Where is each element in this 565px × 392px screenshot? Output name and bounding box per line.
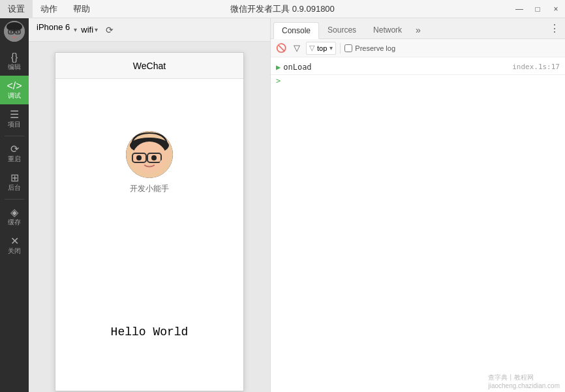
project-label: 项目 [8, 121, 21, 128]
watermark: 查字典丨教程网 jiaocheng.chazidian.com [488, 373, 560, 389]
devtools-more-tabs[interactable]: » [410, 22, 426, 38]
network-wrapper: wifi ▾ [81, 25, 98, 35]
main-content: {} 编辑 </> 调试 ☰ 项目 ⟳ 重启 ⊞ 后台 ◈ 缓存 ✕ 关闭 [0, 18, 565, 392]
avatar-nickname: 开发小能手 [130, 183, 169, 194]
cache-icon: ◈ [10, 207, 18, 218]
network-select[interactable]: wifi [81, 25, 93, 35]
devtools-toolbar: 🚫 ▽ ▽ top ▾ Preserve log [271, 39, 565, 57]
sidebar-item-restart[interactable]: ⟳ 重启 [0, 139, 29, 168]
minimize-button[interactable]: — [510, 0, 528, 18]
console-input[interactable] [283, 76, 560, 85]
menu-help[interactable]: 帮助 [65, 0, 98, 18]
avatar[interactable] [4, 21, 25, 42]
clear-console-button[interactable]: 🚫 [275, 42, 288, 55]
device-content: 开发小能手 Hello World [55, 79, 243, 391]
close-label: 关闭 [8, 248, 21, 254]
avatar-container: 开发小能手 [126, 131, 173, 194]
context-dropdown-arrow: ▾ [327, 44, 335, 52]
sidebar-item-cache[interactable]: ◈ 缓存 [0, 202, 29, 231]
user-avatar [126, 131, 173, 178]
device-app-title: WeChat [133, 61, 166, 71]
menu-action[interactable]: 动作 [33, 0, 65, 18]
restart-icon: ⟳ [10, 144, 19, 155]
close-button[interactable]: × [547, 0, 565, 18]
context-value[interactable]: top [317, 44, 327, 52]
app-title: 微信开发者工具 0.9.091800 [230, 3, 335, 15]
preserve-log-label[interactable]: Preserve log [344, 44, 395, 52]
backend-icon: ⊞ [10, 173, 19, 183]
preserve-log-text: Preserve log [355, 44, 395, 52]
menu-bar-left: 设置 动作 帮助 [0, 0, 98, 18]
prompt-line: > [271, 75, 565, 87]
devtools-panel: Console Sources Network » ⋮ 🚫 ▽ ▽ top ▾ … [270, 18, 565, 392]
sidebar-item-debug[interactable]: </> 调试 [0, 76, 29, 104]
devtools-content: ▶ onLoad index.1s:17 > 查字典丨教程网 jiaocheng… [271, 57, 565, 392]
svg-point-5 [10, 31, 12, 33]
devtools-tabs: Console Sources Network » ⋮ [271, 18, 565, 39]
rotate-button[interactable]: ⟳ [102, 22, 117, 38]
tab-network[interactable]: Network [365, 22, 410, 38]
editor-icon: {} [11, 52, 18, 63]
watermark-line2: jiaocheng.chazidian.com [488, 382, 560, 389]
network-arrow: ▾ [95, 26, 98, 33]
prompt-arrow-icon: > [276, 76, 281, 85]
tab-console[interactable]: Console [273, 22, 319, 39]
preserve-log-checkbox[interactable] [344, 44, 352, 52]
sidebar-divider-2 [5, 199, 24, 200]
filter-icon: ▽ [307, 44, 317, 52]
editor-label: 编辑 [8, 64, 21, 70]
debug-icon: </> [7, 81, 22, 91]
filter-button[interactable]: ▽ [290, 42, 303, 55]
menu-bar: 设置 动作 帮助 微信开发者工具 0.9.091800 — □ × [0, 0, 565, 18]
restart-label: 重启 [8, 156, 21, 162]
log-entry: ▶ onLoad index.1s:17 [271, 60, 565, 75]
sidebar-item-project[interactable]: ☰ 项目 [0, 104, 29, 133]
device-toolbar: iPhone 6 ▾ wifi ▾ ⟳ [29, 18, 270, 42]
svg-point-13 [136, 155, 142, 160]
device-model-wrapper: iPhone 6 ▾ [34, 22, 77, 38]
toolbar-separator [340, 43, 341, 53]
sidebar-divider-1 [5, 136, 24, 136]
window-controls: — □ × [510, 0, 565, 18]
log-indicator: ▶ [276, 61, 281, 73]
device-area: iPhone 6 ▾ wifi ▾ ⟳ WeChat [29, 18, 270, 392]
device-frame: WeChat [55, 52, 244, 391]
svg-point-14 [151, 155, 157, 160]
watermark-line1: 查字典丨教程网 [488, 373, 560, 382]
device-nav-bar: WeChat [55, 53, 243, 79]
device-model-select[interactable]: iPhone 6 [34, 22, 72, 38]
sidebar-item-editor[interactable]: {} 编辑 [0, 47, 29, 76]
hello-world-text: Hello World [111, 325, 189, 339]
sidebar: {} 编辑 </> 调试 ☰ 项目 ⟳ 重启 ⊞ 后台 ◈ 缓存 ✕ 关闭 [0, 18, 29, 392]
menu-settings[interactable]: 设置 [0, 0, 33, 18]
close-sidebar-icon: ✕ [10, 236, 19, 247]
sidebar-item-backend[interactable]: ⊞ 后台 [0, 168, 29, 196]
tab-sources[interactable]: Sources [319, 22, 365, 38]
devtools-menu-button[interactable]: ⋮ [544, 18, 565, 38]
maximize-button[interactable]: □ [528, 0, 547, 18]
project-icon: ☰ [10, 110, 19, 120]
cache-label: 缓存 [8, 219, 21, 226]
device-frame-wrapper: WeChat [29, 42, 270, 392]
svg-point-6 [17, 31, 19, 33]
log-source[interactable]: index.1s:17 [512, 61, 560, 73]
log-text: onLoad [283, 61, 512, 73]
debug-label: 调试 [8, 93, 21, 99]
context-filter: ▽ top ▾ [306, 42, 336, 55]
sidebar-item-close[interactable]: ✕ 关闭 [0, 231, 29, 260]
backend-label: 后台 [8, 185, 21, 191]
device-model-arrow: ▾ [74, 26, 77, 33]
